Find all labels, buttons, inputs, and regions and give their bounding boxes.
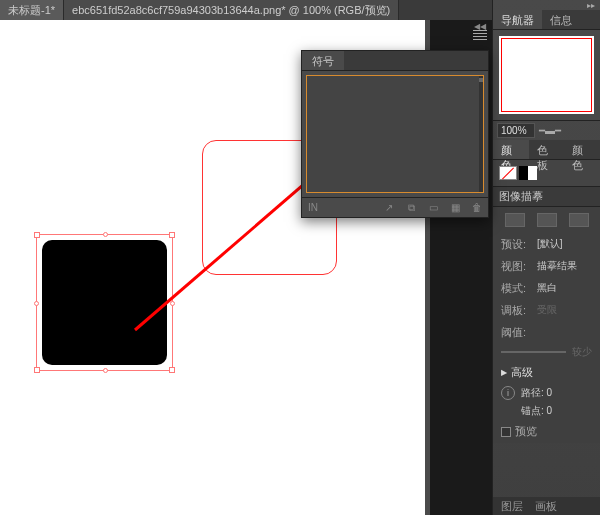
tab-color2[interactable]: 颜色 bbox=[564, 140, 600, 159]
view-label: 视图: bbox=[501, 259, 537, 274]
none-swatch-icon[interactable] bbox=[499, 166, 517, 180]
right-panel-dock: ▸▸ 导航器 信息 100% ━▬━ 颜色 色板 颜色 图像描摹 预设: [默认… bbox=[492, 0, 600, 515]
tab-layers[interactable]: 图层 bbox=[501, 499, 523, 514]
paths-value: 0 bbox=[547, 387, 553, 398]
zoom-level-field[interactable]: 100% bbox=[497, 123, 535, 138]
preset-dropdown[interactable]: [默认] bbox=[537, 237, 563, 251]
dock-expand-icon[interactable]: ▸▸ bbox=[587, 1, 600, 10]
navigator-thumbnail[interactable] bbox=[493, 30, 600, 120]
anchors-label: 锚点: bbox=[521, 405, 544, 416]
slider-less-label: 较少 bbox=[572, 345, 592, 359]
symbols-list-area[interactable] bbox=[306, 75, 484, 193]
trace-preset-icon[interactable] bbox=[569, 213, 589, 227]
symbol-options-icon[interactable]: ▭ bbox=[426, 202, 440, 214]
selection-handle[interactable] bbox=[103, 232, 108, 237]
break-link-icon[interactable]: ⧉ bbox=[404, 202, 418, 214]
selection-handle[interactable] bbox=[170, 301, 175, 306]
place-symbol-icon[interactable]: ↗ bbox=[382, 202, 396, 214]
paths-label: 路径: bbox=[521, 387, 544, 398]
preset-label: 预设: bbox=[501, 237, 537, 252]
selection-bounds bbox=[36, 234, 173, 371]
selection-handle[interactable] bbox=[169, 232, 175, 238]
tab-swatches[interactable]: 色板 bbox=[529, 140, 565, 159]
mode-label: 模式: bbox=[501, 281, 537, 296]
preview-checkbox[interactable] bbox=[501, 427, 511, 437]
view-dropdown[interactable]: 描摹结果 bbox=[537, 259, 577, 273]
new-symbol-icon[interactable]: ▦ bbox=[448, 202, 462, 214]
tab-info[interactable]: 信息 bbox=[542, 10, 580, 29]
symbols-panel[interactable]: 符号 IN ↗ ⧉ ▭ ▦ 🗑 bbox=[301, 50, 489, 218]
scrollbar[interactable] bbox=[479, 76, 483, 192]
preview-label: 预览 bbox=[515, 424, 537, 439]
delete-symbol-icon[interactable]: 🗑 bbox=[470, 202, 484, 214]
doc-tab-1[interactable]: 未标题-1* bbox=[0, 0, 64, 20]
selection-handle[interactable] bbox=[34, 367, 40, 373]
tab-artboards[interactable]: 画板 bbox=[535, 499, 557, 514]
trace-panel-title: 图像描摹 bbox=[499, 189, 543, 204]
palette-label: 调板: bbox=[501, 303, 537, 318]
doc-tab-2[interactable]: ebc651fd52a8c6cf759a94303b13644a.png* @ … bbox=[64, 0, 399, 20]
trace-preset-icon[interactable] bbox=[505, 213, 525, 227]
tab-color[interactable]: 颜色 bbox=[493, 140, 529, 159]
info-icon: i bbox=[501, 386, 515, 400]
image-trace-panel: 图像描摹 预设: [默认] 视图: 描摹结果 模式: 黑白 调板: 受限 阈值:… bbox=[493, 186, 600, 443]
selection-handle[interactable] bbox=[34, 232, 40, 238]
navigator-view-box[interactable] bbox=[501, 38, 592, 112]
tab-navigator[interactable]: 导航器 bbox=[493, 10, 542, 29]
library-menu-icon[interactable]: IN bbox=[306, 202, 320, 214]
palette-dropdown: 受限 bbox=[537, 303, 557, 317]
tab-symbols[interactable]: 符号 bbox=[302, 51, 344, 70]
threshold-label: 阈值: bbox=[501, 325, 537, 340]
triangle-right-icon: ▶ bbox=[501, 368, 507, 377]
zoom-slider-icon[interactable]: ━▬━ bbox=[539, 125, 561, 136]
advanced-toggle[interactable]: ▶ 高级 bbox=[493, 361, 600, 384]
selection-handle[interactable] bbox=[169, 367, 175, 373]
selection-handle[interactable] bbox=[103, 368, 108, 373]
anchors-value: 0 bbox=[547, 405, 553, 416]
panel-menu-icon[interactable] bbox=[473, 30, 487, 42]
bw-swatch-icon[interactable] bbox=[519, 166, 537, 180]
threshold-slider[interactable] bbox=[501, 351, 566, 353]
selection-handle[interactable] bbox=[34, 301, 39, 306]
trace-preset-icon[interactable] bbox=[537, 213, 557, 227]
mode-dropdown[interactable]: 黑白 bbox=[537, 281, 557, 295]
